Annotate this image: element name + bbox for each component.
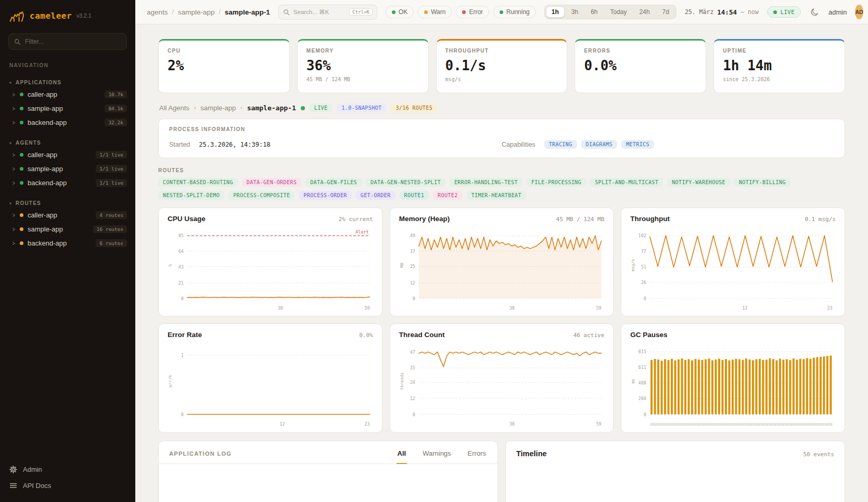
time-range-3h[interactable]: 3h <box>566 6 584 18</box>
log-tab-errors[interactable]: Errors <box>467 449 487 464</box>
global-search-input[interactable] <box>293 9 346 15</box>
avatar[interactable]: AD <box>855 5 863 19</box>
app-logo[interactable]: cameleer v3.2.1 <box>0 0 135 26</box>
status-filter-ok[interactable]: OK <box>386 6 414 18</box>
route-badge-file-processing[interactable]: FILE-PROCESSING <box>527 178 586 187</box>
breadcrumb-sample-app[interactable]: sample-app <box>178 8 215 16</box>
svg-text:24: 24 <box>410 380 415 385</box>
search-icon <box>283 9 290 16</box>
application-log-title: APPLICATION LOG <box>169 450 232 464</box>
sidebar-item-meta: 1/1 live <box>96 165 127 173</box>
route-badge-timer-heartbeat[interactable]: TIMER-HEARTBEAT <box>467 191 526 200</box>
sidebar-item-api-docs[interactable]: API Docs <box>9 482 126 490</box>
svg-text:0: 0 <box>412 296 415 301</box>
chart-header: Memory (Heap)45 MB / 124 MB <box>398 215 606 223</box>
route-badge-notify-warehouse[interactable]: NOTIFY-WAREHOUSE <box>667 178 730 187</box>
sidebar-item-admin[interactable]: Admin <box>9 466 126 473</box>
sidebar-item-label: caller-app <box>28 91 57 98</box>
svg-text:msg/s: msg/s <box>631 259 635 272</box>
agent-crumb-all-agents[interactable]: All Agents <box>159 104 189 112</box>
route-badge-data-gen-files[interactable]: DATA-GEN-FILES <box>305 178 362 187</box>
sidebar-item-agents-backend-app[interactable]: backend-app1/1 live <box>0 176 135 190</box>
status-dot <box>20 107 23 110</box>
svg-text:0: 0 <box>181 412 184 417</box>
sidebar-item-label: backend-app <box>28 119 67 126</box>
time-range-24h[interactable]: 24h <box>634 6 656 18</box>
svg-text:0: 0 <box>412 412 415 417</box>
timeline-event-count: 50 events <box>803 451 834 458</box>
date-label: 25. März <box>685 8 713 16</box>
chart-title: Thread Count <box>399 331 445 339</box>
time-range-today[interactable]: Today <box>605 6 633 18</box>
status-filter-label: Error <box>469 8 483 16</box>
status-filter-group: OKWarnErrorRunning <box>386 6 536 18</box>
route-badge-process-order[interactable]: PROCESS-ORDER <box>299 191 351 200</box>
theme-toggle-button[interactable] <box>809 7 820 18</box>
chart-header: GC Pauses <box>629 331 837 339</box>
svg-text:%: % <box>168 264 173 266</box>
svg-text:26: 26 <box>641 280 646 285</box>
breadcrumb-separator: / <box>219 8 220 16</box>
svg-text:77: 77 <box>641 249 646 254</box>
route-badge-nested-split-demo[interactable]: NESTED-SPLIT-DEMO <box>158 191 224 200</box>
status-filter-error[interactable]: Error <box>456 6 489 18</box>
route-badge-data-gen-orders[interactable]: DATA-GEN-ORDERS <box>242 178 301 187</box>
sidebar-item-applications-caller-app[interactable]: caller-app10.7k <box>0 87 135 101</box>
stat-subtext: since 25.3.2026 <box>723 76 836 82</box>
section-label: APPLICATIONS <box>16 80 61 85</box>
section-header-agents[interactable]: AGENTS <box>0 137 135 148</box>
sidebar-item-routes-sample-app[interactable]: sample-app16 routes <box>0 222 135 236</box>
sidebar-item-routes-backend-app[interactable]: backend-app6 routes <box>0 236 135 250</box>
time-range-6h[interactable]: 6h <box>585 6 603 18</box>
status-filter-warn[interactable]: Warn <box>418 6 452 18</box>
time-range-1h[interactable]: 1h <box>546 6 565 18</box>
sidebar-item-agents-caller-app[interactable]: caller-app1/1 live <box>0 148 135 162</box>
sidebar-section-applications: APPLICATIONScaller-app10.7ksample-app84.… <box>0 76 135 130</box>
svg-text:MB: MB <box>400 263 404 268</box>
process-information-title: PROCESS INFORMATION <box>169 126 834 132</box>
range-separator: — <box>741 8 744 16</box>
section-bullet-icon <box>9 82 11 84</box>
route-badge-split-and-multicast[interactable]: SPLIT-AND-MULTICAST <box>590 178 663 187</box>
sidebar-filter-box[interactable] <box>8 33 127 50</box>
chart-current-value: 2% current <box>338 216 373 223</box>
svg-text:43: 43 <box>178 264 184 269</box>
svg-text:12: 12 <box>410 280 415 286</box>
route-badge-process-composite[interactable]: PROCESS-COMPOSITE <box>228 191 295 200</box>
chart-title: Throughput <box>630 215 670 223</box>
chart-plot-error-rate: 01err/h1223 <box>167 341 374 430</box>
sidebar-filter-input[interactable] <box>25 38 121 45</box>
chevron-right-icon <box>11 121 16 125</box>
breadcrumb: agents/sample-app/sample-app-1 <box>147 8 270 16</box>
breadcrumb-sample-app-1: sample-app-1 <box>225 8 270 16</box>
breadcrumb-agents[interactable]: agents <box>147 8 168 16</box>
global-search-box[interactable]: Ctrl+K <box>278 5 377 20</box>
sidebar-item-agents-sample-app[interactable]: sample-app1/1 live <box>0 162 135 176</box>
route-badge-content-based-routing[interactable]: CONTENT-BASED-ROUTING <box>158 178 238 187</box>
svg-text:0: 0 <box>181 296 184 301</box>
chart-card-throughput: Throughput0.1 msg/s0265177102msg/s1223 <box>621 208 845 316</box>
sidebar-item-routes-caller-app[interactable]: caller-app4 routes <box>0 208 135 222</box>
route-badge-route1[interactable]: ROUTE1 <box>400 191 429 200</box>
log-tab-all[interactable]: All <box>397 449 407 464</box>
time-range-7d[interactable]: 7d <box>657 6 675 18</box>
live-toggle[interactable]: LIVE <box>767 6 801 18</box>
date-range-picker[interactable]: 25. März 14:54 — now <box>685 8 759 16</box>
log-tab-warnings[interactable]: Warnings <box>422 449 452 464</box>
svg-text:59: 59 <box>596 422 601 427</box>
route-badge-error-handling-test[interactable]: ERROR-HANDLING-TEST <box>450 178 522 187</box>
status-dot <box>20 227 23 231</box>
route-badge-get-order[interactable]: GET-ORDER <box>356 191 395 200</box>
route-badge-notify-billing[interactable]: NOTIFY-BILLING <box>734 178 790 187</box>
sidebar-item-applications-backend-app[interactable]: backend-app32.2k <box>0 115 135 130</box>
section-header-routes[interactable]: ROUTES <box>0 197 135 208</box>
route-badge-data-gen-nested-split[interactable]: DATA-GEN-NESTED-SPLIT <box>366 178 445 187</box>
sidebar-item-applications-sample-app[interactable]: sample-app84.1k <box>0 101 135 115</box>
route-badges: CONTENT-BASED-ROUTINGDATA-GEN-ORDERSDATA… <box>158 178 845 200</box>
status-dot <box>424 10 428 14</box>
route-badge-route2[interactable]: ROUTE2 <box>433 191 463 200</box>
status-filter-running[interactable]: Running <box>493 6 536 18</box>
section-header-applications[interactable]: APPLICATIONS <box>0 76 135 87</box>
gear-icon <box>9 466 17 473</box>
agent-crumb-sample-app[interactable]: sample-app <box>200 104 236 112</box>
